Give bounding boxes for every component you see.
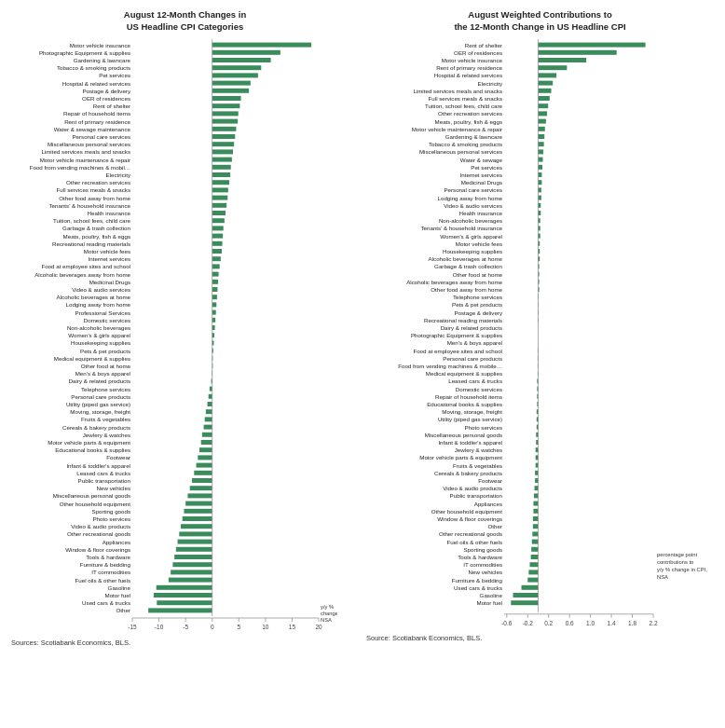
svg-rect-125 <box>183 516 212 521</box>
svg-text:Tobacco & smoking products: Tobacco & smoking products <box>57 64 130 71</box>
svg-text:Furniture & bedding: Furniture & bedding <box>452 576 503 583</box>
svg-text:IT commodities: IT commodities <box>463 561 502 568</box>
svg-text:Men's & boys apparel: Men's & boys apparel <box>447 339 502 346</box>
svg-text:contributions to: contributions to <box>657 558 693 564</box>
svg-text:Miscellaneous personal service: Miscellaneous personal services <box>48 141 130 147</box>
svg-text:Rent of primary residence: Rent of primary residence <box>64 117 130 124</box>
svg-rect-15 <box>212 96 241 101</box>
svg-rect-192 <box>538 118 545 123</box>
left-source: Sources: Scotiabank Economics, BLS. <box>11 639 359 647</box>
svg-text:0.6: 0.6 <box>566 619 574 625</box>
svg-rect-3 <box>212 49 280 54</box>
svg-text:Alcoholic beverages at home: Alcoholic beverages at home <box>429 255 503 262</box>
svg-rect-141 <box>169 577 212 582</box>
svg-text:Educational books & supplies: Educational books & supplies <box>55 446 130 453</box>
svg-text:Health insurance: Health insurance <box>88 210 131 216</box>
svg-rect-105 <box>201 440 212 445</box>
svg-rect-129 <box>179 531 212 536</box>
svg-rect-186 <box>538 96 549 101</box>
svg-text:Tuition, school fees, child ca: Tuition, school fees, child care <box>425 103 503 109</box>
svg-text:Pet services: Pet services <box>471 163 502 170</box>
svg-text:Fruits & vegetables: Fruits & vegetables <box>453 461 502 468</box>
svg-text:Motor vehicle maintenance & re: Motor vehicle maintenance & repair <box>412 125 502 131</box>
svg-text:10: 10 <box>262 624 269 630</box>
svg-text:Non-alcoholic beverages: Non-alcoholic beverages <box>439 217 502 224</box>
svg-rect-196 <box>538 134 544 139</box>
svg-rect-182 <box>538 80 553 85</box>
svg-text:Other household equipment: Other household equipment <box>431 507 503 514</box>
svg-text:Limited services meals and sna: Limited services meals and snacks <box>413 87 502 93</box>
svg-text:percentage point: percentage point <box>657 551 698 556</box>
svg-rect-311 <box>522 584 539 589</box>
svg-rect-133 <box>176 546 212 551</box>
svg-rect-214 <box>538 202 540 207</box>
svg-text:Limited services meals and sna: Limited services meals and snacks <box>41 148 130 155</box>
svg-rect-73 <box>212 317 215 322</box>
svg-text:0.2: 0.2 <box>544 619 553 625</box>
svg-rect-194 <box>538 126 544 130</box>
left-chart-area: Motor vehicle insurancePhotographic Equi… <box>11 39 359 635</box>
svg-rect-293 <box>533 516 539 521</box>
svg-text:Water & sewage maintenance: Water & sewage maintenance <box>54 125 131 131</box>
svg-text:-15: -15 <box>128 624 137 630</box>
svg-text:Garbage & trash collection: Garbage & trash collection <box>62 225 130 231</box>
svg-text:Motor vehicle insurance: Motor vehicle insurance <box>442 57 503 63</box>
svg-text:Cereals & bakery products: Cereals & bakery products <box>62 423 130 430</box>
svg-text:Educational books & supplies: Educational books & supplies <box>427 401 502 407</box>
svg-rect-295 <box>533 524 539 529</box>
svg-rect-41 <box>212 195 228 199</box>
svg-text:Appliances: Appliances <box>474 500 502 506</box>
svg-text:Dairy & related products: Dairy & related products <box>69 378 130 384</box>
right-chart-title: August Weighted Contributions to the 12-… <box>366 9 714 34</box>
svg-rect-17 <box>212 103 240 108</box>
svg-rect-137 <box>172 562 212 567</box>
svg-rect-115 <box>192 478 212 483</box>
svg-text:Medical equipment & supplies: Medical equipment & supplies <box>54 354 130 361</box>
svg-text:Tools & hardware: Tools & hardware <box>458 554 502 560</box>
svg-text:Sporting goods: Sporting goods <box>91 507 130 514</box>
svg-rect-25 <box>212 134 236 139</box>
svg-text:5: 5 <box>237 624 240 630</box>
svg-rect-303 <box>531 555 539 559</box>
svg-text:New vehicles: New vehicles <box>97 485 130 491</box>
svg-rect-49 <box>212 226 224 230</box>
svg-rect-281 <box>535 470 538 474</box>
svg-text:Telephone services: Telephone services <box>453 294 502 300</box>
svg-text:Postage & delivery: Postage & delivery <box>454 309 502 315</box>
svg-text:Electricity: Electricity <box>478 79 503 86</box>
svg-text:Photo services: Photo services <box>92 515 130 522</box>
svg-text:Medicinal Drugs: Medicinal Drugs <box>461 179 502 185</box>
svg-text:2.2: 2.2 <box>649 619 657 625</box>
svg-rect-135 <box>174 555 212 559</box>
svg-text:Miscellaneous personal goods: Miscellaneous personal goods <box>425 431 502 437</box>
svg-rect-305 <box>530 562 539 567</box>
svg-text:IT commodities: IT commodities <box>91 569 130 575</box>
svg-rect-289 <box>533 501 538 505</box>
svg-text:Personal care products: Personal care products <box>443 354 502 361</box>
svg-rect-109 <box>198 455 212 460</box>
svg-rect-113 <box>194 470 212 474</box>
svg-text:Rent of primary residence: Rent of primary residence <box>436 64 502 71</box>
svg-text:Motor fuel: Motor fuel <box>104 592 130 598</box>
svg-text:Tenants' & household insurance: Tenants' & household insurance <box>48 201 130 208</box>
svg-text:Fuel oils & other fuels: Fuel oils & other fuels <box>75 576 131 583</box>
svg-rect-55 <box>212 249 222 254</box>
svg-text:Postage & delivery: Postage & delivery <box>82 87 130 93</box>
svg-text:Jewlery & watches: Jewlery & watches <box>83 431 130 437</box>
svg-rect-7 <box>212 65 262 70</box>
svg-text:Pets & pet products: Pets & pet products <box>80 347 130 353</box>
svg-text:Other: Other <box>488 523 502 529</box>
main-container: August 12-Month Changes in US Headline C… <box>0 0 725 652</box>
right-chart-section: August Weighted Contributions to the 12-… <box>362 9 718 647</box>
svg-text:Food from vending machines & m: Food from vending machines & mobil… <box>30 163 130 170</box>
svg-text:y/y %: y/y % <box>321 604 334 610</box>
svg-rect-172 <box>538 42 645 47</box>
svg-rect-200 <box>538 149 543 154</box>
svg-rect-37 <box>212 180 229 185</box>
svg-text:Video & audio products: Video & audio products <box>71 523 130 529</box>
svg-rect-184 <box>538 88 551 92</box>
svg-text:Meats, poultry, fish & eggs: Meats, poultry, fish & eggs <box>63 232 130 239</box>
svg-text:New vehicles: New vehicles <box>469 569 502 575</box>
svg-text:-0.2: -0.2 <box>523 619 534 625</box>
svg-text:OER of residences: OER of residences <box>454 48 502 55</box>
